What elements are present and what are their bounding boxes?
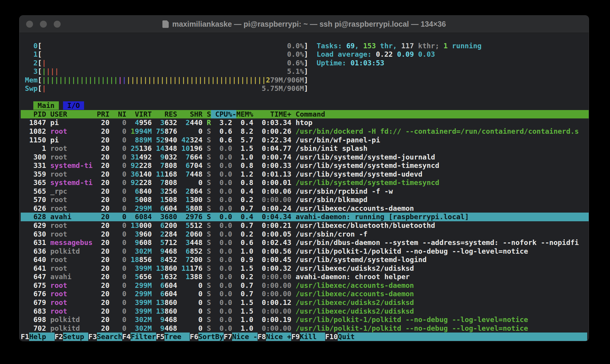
process-row-702[interactable]: 702 polkitd 20 0 302M 9468 0 S 0.0 1.0 0… xyxy=(21,324,589,333)
process-row-300[interactable]: 300 root 20 0 31492 9032 7664 S 0.0 1.0 … xyxy=(21,153,589,162)
tab-main[interactable]: Main xyxy=(33,101,59,110)
process-row-676[interactable]: 676 root 20 0 299M 6604 0 S 0.0 0.7 0:00… xyxy=(21,290,589,298)
column-ni[interactable]: NI xyxy=(114,110,126,118)
column-user[interactable]: USER xyxy=(50,110,93,118)
column-res[interactable]: RES xyxy=(156,110,177,118)
cell-shr: 6852 xyxy=(181,247,202,255)
cell-command: /usr/lib/systemd/systemd-logind xyxy=(296,255,587,264)
process-row-636[interactable]: 636 polkitd 20 0 302M 9468 6852 S 0.0 1.… xyxy=(21,247,589,256)
process-row-359[interactable]: 359 root 20 0 36140 11168 7448 S 0.0 1.2… xyxy=(21,170,589,179)
process-row-631[interactable]: 631 messagebus 20 0 9608 5712 3448 S 0.0… xyxy=(21,238,589,247)
column-command[interactable]: Command xyxy=(296,110,587,118)
cell-state: S xyxy=(207,161,211,170)
cell-res: 13860 xyxy=(156,307,177,315)
minimize-button[interactable] xyxy=(40,21,47,28)
close-button[interactable] xyxy=(26,21,33,28)
process-row-683[interactable]: 683 root 20 0 399M 13860 0 S 0.0 1.5 0:0… xyxy=(21,307,589,316)
cell-mem-percent: 0.2 xyxy=(236,230,253,238)
cell-res: 9468 xyxy=(156,324,177,333)
column-pri[interactable]: PRI xyxy=(97,110,110,118)
process-row-331[interactable]: 331 systemd-ti 20 0 92228 7808 6704 S 0.… xyxy=(21,161,589,170)
cell-ni: 0 xyxy=(114,195,126,204)
fkey-f3[interactable]: F3Search xyxy=(88,333,122,341)
tab-io[interactable]: I/O xyxy=(63,101,84,110)
cell-pri: 20 xyxy=(97,230,110,238)
cell-user: root xyxy=(50,307,93,315)
process-row-1150[interactable]: 1150 pi 20 0 889M 52940 42324 S 0.6 5.7 … xyxy=(21,136,589,145)
process-row-647[interactable]: 647 avahi 20 0 5656 1632 1388 S 0.0 0.2 … xyxy=(21,273,589,281)
column-mem[interactable]: MEM% xyxy=(236,110,253,118)
fkey-f1[interactable]: F1Help xyxy=(21,333,55,341)
cell-pri: 20 xyxy=(97,187,110,195)
column-cpu[interactable]: CPU%- xyxy=(211,110,237,118)
process-row-630[interactable]: 630 root 20 0 3960 2284 2060 S 0.0 0.2 0… xyxy=(21,230,589,239)
cell-mem-percent: 0.2 xyxy=(236,273,253,281)
cell-ni: 0 xyxy=(114,247,126,255)
cell-pid: 631 xyxy=(21,238,46,247)
column-s[interactable]: S xyxy=(207,110,211,118)
cell-pri: 20 xyxy=(97,118,110,127)
cell-virt: 889M xyxy=(131,136,152,144)
cell-command: /usr/libexec/accounts-daemon xyxy=(296,204,587,213)
cell-time: 0:00.74 xyxy=(258,153,291,161)
cell-pri: 20 xyxy=(97,290,110,298)
cell-pid: 628 xyxy=(21,213,46,221)
cell-state: S xyxy=(207,238,211,247)
fkey-f5[interactable]: F5Tree xyxy=(156,333,190,341)
cell-user: messagebus xyxy=(50,238,93,247)
process-row-675[interactable]: 675 root 20 0 299M 6604 0 S 0.0 0.7 0:00… xyxy=(21,281,589,290)
cell-cpu-percent: 0.0 xyxy=(215,170,232,178)
fkey-f4[interactable]: F4Filter xyxy=(122,333,156,341)
cell-state: S xyxy=(207,247,211,255)
cell-mem-percent: 0.8 xyxy=(236,161,253,170)
cell-virt: 302M xyxy=(131,315,152,324)
process-row-698[interactable]: 698 polkitd 20 0 302M 9468 0 S 0.0 1.0 0… xyxy=(21,315,589,324)
process-row-1[interactable]: 1 root 20 0 25136 14348 10196 S 0.0 1.5 … xyxy=(21,144,589,153)
cell-ni: 0 xyxy=(114,255,126,264)
cell-cpu-percent: 0.0 xyxy=(215,324,232,333)
column-virt[interactable]: VIRT xyxy=(131,110,152,118)
process-row-628[interactable]: 628 avahi 20 0 6084 3680 2976 S 0.0 0.4 … xyxy=(21,213,589,221)
process-row-365[interactable]: 365 systemd-ti 20 0 92228 7808 0 S 0.0 0… xyxy=(21,178,589,187)
cell-virt: 92228 xyxy=(131,178,152,187)
cell-virt: 13000 xyxy=(131,221,152,230)
cell-ni: 0 xyxy=(114,178,126,187)
cell-mem-percent: 1.0 xyxy=(236,247,253,255)
cell-user: root xyxy=(50,264,93,273)
zoom-button[interactable] xyxy=(54,21,61,28)
cell-ni: 0 xyxy=(114,307,126,315)
cell-state: S xyxy=(207,264,211,273)
process-row-626[interactable]: 626 root 20 0 299M 6604 5808 S 0.0 0.7 0… xyxy=(21,204,589,213)
process-row-570[interactable]: 570 root 20 0 5008 1508 1300 S 0.0 0.2 0… xyxy=(21,195,589,204)
fkey-f9[interactable]: F9Kill xyxy=(291,333,325,341)
fkey-f7[interactable]: F7Nice - xyxy=(224,333,258,341)
process-row-641[interactable]: 641 root 20 0 399M 13860 11176 S 0.0 1.5… xyxy=(21,264,589,273)
cell-ni: 0 xyxy=(114,204,126,213)
process-row-1847[interactable]: 1847 pi 20 0 4956 3632 2440 R 3.2 0.4 0:… xyxy=(21,118,589,127)
column-pid[interactable]: PID xyxy=(21,110,46,118)
cell-res: 6604 xyxy=(156,281,177,290)
cell-pid: 698 xyxy=(21,315,46,324)
cell-ni: 0 xyxy=(114,127,126,136)
cell-mem-percent: 0.9 xyxy=(236,255,253,264)
process-row-565[interactable]: 565 _rpc 20 0 6840 3256 2864 S 0.0 0.4 0… xyxy=(21,187,589,196)
cell-shr: 0 xyxy=(181,127,202,136)
column-time[interactable]: TIME+ xyxy=(258,110,291,118)
cell-cpu-percent: 0.6 xyxy=(215,127,232,136)
cell-mem-percent: 0.4 xyxy=(236,213,253,221)
cell-time: 0:00.05 xyxy=(258,230,291,238)
process-row-1082[interactable]: 1082 root 20 0 1994M 75876 0 S 0.6 8.2 0… xyxy=(21,127,589,136)
cell-shr: 0 xyxy=(181,307,202,315)
cell-time: 0:03.34 xyxy=(258,118,291,127)
fkey-f8[interactable]: F8Nice + xyxy=(258,333,291,341)
fkey-f6[interactable]: F6SortBy xyxy=(190,333,224,341)
process-row-629[interactable]: 629 root 20 0 13000 6200 5512 S 0.0 0.7 … xyxy=(21,221,589,230)
column-shr[interactable]: SHR xyxy=(181,110,202,118)
fkey-f10[interactable]: F10Quit xyxy=(325,333,587,341)
fkey-f2[interactable]: F2Setup xyxy=(55,333,89,341)
cell-command: /usr/libexec/udisks2/udisksd xyxy=(296,307,587,315)
process-row-679[interactable]: 679 root 20 0 399M 13860 0 S 0.0 1.5 0:0… xyxy=(21,298,589,307)
cell-command: /usr/libexec/accounts-daemon xyxy=(296,281,587,290)
process-row-640[interactable]: 640 root 20 0 18856 8452 7200 S 0.0 0.9 … xyxy=(21,255,589,264)
cell-state: S xyxy=(207,221,211,230)
